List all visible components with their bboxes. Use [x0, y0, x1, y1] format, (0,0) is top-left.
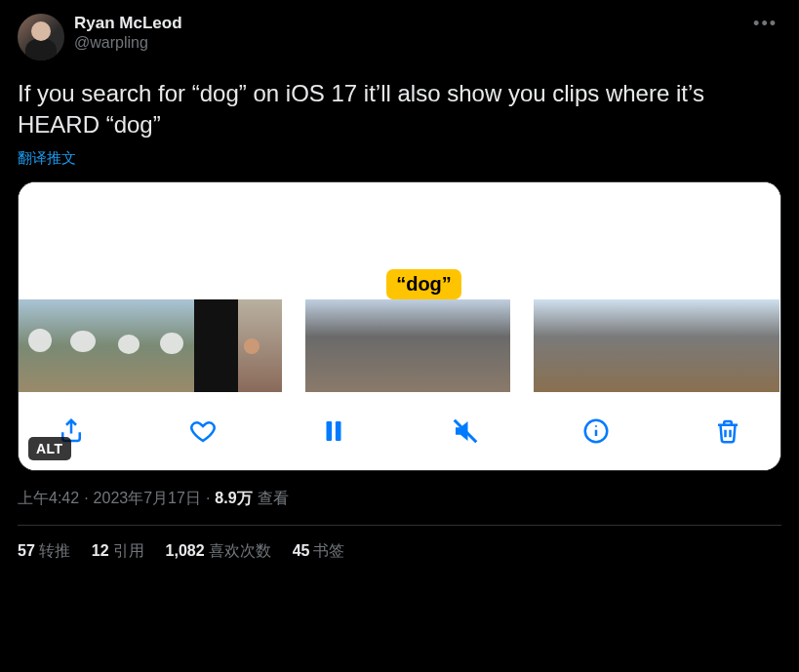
timeline-frame [374, 299, 442, 392]
media-toolbar [19, 392, 780, 470]
more-icon[interactable]: ••• [753, 14, 778, 34]
video-timeline[interactable] [19, 299, 780, 392]
svg-point-5 [595, 425, 597, 427]
timeline-frame [305, 299, 374, 392]
pause-icon[interactable] [314, 412, 353, 451]
meta-time[interactable]: 上午4:42 [18, 489, 79, 509]
timeline-frame [657, 299, 698, 392]
stat-likes[interactable]: 1,082喜欢次数 [166, 541, 271, 562]
tweet-container: Ryan McLeod @warpling ••• If you search … [0, 0, 799, 562]
svg-rect-1 [336, 421, 341, 441]
timeline-frame [150, 299, 194, 392]
mute-icon[interactable] [446, 412, 485, 451]
user-names[interactable]: Ryan McLeod @warpling [74, 14, 182, 53]
avatar[interactable] [18, 14, 64, 60]
tweet-meta: 上午4:42 · 2023年7月17日 · 8.9万 查看 [18, 489, 781, 509]
timeline-frame [106, 299, 150, 392]
timeline-frame [19, 299, 62, 392]
timeline-frame [62, 299, 106, 392]
stat-quotes[interactable]: 12引用 [92, 541, 144, 562]
info-icon[interactable] [577, 412, 616, 451]
timeline-frame [616, 299, 657, 392]
stat-bookmarks[interactable]: 45书签 [293, 541, 345, 562]
handle: @warpling [74, 33, 182, 52]
heart-icon[interactable] [183, 412, 222, 451]
tooltip-row: “dog” [19, 264, 780, 299]
timeline-frame [534, 299, 575, 392]
media-card[interactable]: “dog” [18, 181, 781, 471]
timeline-frame [238, 299, 282, 392]
meta-views-label: 查看 [258, 489, 289, 509]
timeline-frame [739, 299, 779, 392]
timeline-frame [442, 299, 510, 392]
meta-dot: · [84, 490, 88, 507]
clip-group-a [19, 299, 282, 392]
translate-link[interactable]: 翻译推文 [18, 149, 76, 168]
search-match-tooltip: “dog” [386, 269, 461, 299]
alt-badge[interactable]: ALT [28, 437, 71, 460]
display-name: Ryan McLeod [74, 14, 182, 33]
stat-retweets[interactable]: 57转推 [18, 541, 70, 562]
trash-icon[interactable] [708, 412, 747, 451]
timeline-frame [194, 299, 238, 392]
meta-views-count[interactable]: 8.9万 [215, 489, 252, 509]
clip-group-c [534, 299, 779, 392]
tweet-text: If you search for “dog” on iOS 17 it’ll … [18, 78, 781, 141]
tweet-header: Ryan McLeod @warpling ••• [18, 14, 781, 60]
timeline-frame [698, 299, 739, 392]
meta-dot: · [206, 490, 210, 507]
svg-rect-0 [327, 421, 333, 441]
meta-date[interactable]: 2023年7月17日 [94, 489, 201, 509]
media-upper [19, 182, 780, 264]
divider [18, 525, 781, 526]
timeline-frame [575, 299, 616, 392]
clip-group-b [305, 299, 510, 392]
tweet-stats: 57转推 12引用 1,082喜欢次数 45书签 [18, 541, 781, 562]
